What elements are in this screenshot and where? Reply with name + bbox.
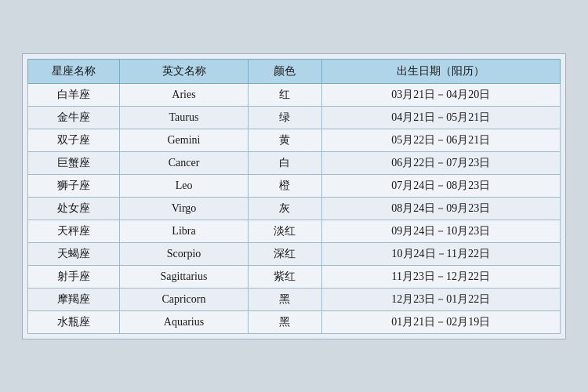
cell-dates: 09月24日－10月23日 [321,220,560,242]
cell-chinese: 狮子座 [28,174,120,197]
cell-english: Cancer [120,151,249,174]
table-row: 天蝎座Scorpio深红10月24日－11月22日 [28,242,561,265]
cell-english: Libra [120,220,249,242]
table-row: 白羊座Aries红03月21日－04月20日 [28,83,561,106]
cell-english: Aries [120,83,249,106]
cell-dates: 07月24日－08月23日 [321,174,560,197]
cell-english: Taurus [120,106,249,129]
table-row: 天秤座Libra淡红09月24日－10月23日 [28,220,561,242]
header-chinese: 星座名称 [28,59,120,83]
table-header-row: 星座名称 英文名称 颜色 出生日期（阳历） [28,59,561,83]
cell-chinese: 白羊座 [28,83,120,106]
cell-chinese: 水瓶座 [28,310,120,333]
cell-color: 紫红 [248,265,321,288]
cell-color: 黄 [248,129,321,151]
cell-color: 深红 [248,242,321,265]
cell-english: Virgo [120,197,249,220]
header-english: 英文名称 [120,59,249,83]
cell-color: 黑 [248,288,321,310]
cell-color: 绿 [248,106,321,129]
cell-dates: 11月23日－12月22日 [321,265,560,288]
cell-color: 黑 [248,310,321,333]
cell-color: 橙 [248,174,321,197]
cell-chinese: 金牛座 [28,106,120,129]
cell-english: Gemini [120,129,249,151]
table-row: 双子座Gemini黄05月22日－06月21日 [28,129,561,151]
cell-dates: 05月22日－06月21日 [321,129,560,151]
table-row: 摩羯座Capricorn黑12月23日－01月22日 [28,288,561,310]
cell-chinese: 射手座 [28,265,120,288]
cell-chinese: 天蝎座 [28,242,120,265]
table-row: 射手座Sagittarius紫红11月23日－12月22日 [28,265,561,288]
cell-dates: 04月21日－05月21日 [321,106,560,129]
table-row: 巨蟹座Cancer白06月22日－07月23日 [28,151,561,174]
cell-dates: 10月24日－11月22日 [321,242,560,265]
header-date: 出生日期（阳历） [321,59,560,83]
cell-dates: 03月21日－04月20日 [321,83,560,106]
cell-dates: 06月22日－07月23日 [321,151,560,174]
cell-english: Leo [120,174,249,197]
cell-english: Sagittarius [120,265,249,288]
header-color: 颜色 [248,59,321,83]
cell-color: 白 [248,151,321,174]
cell-dates: 08月24日－09月23日 [321,197,560,220]
table-row: 金牛座Taurus绿04月21日－05月21日 [28,106,561,129]
cell-english: Scorpio [120,242,249,265]
table-row: 处女座Virgo灰08月24日－09月23日 [28,197,561,220]
cell-color: 灰 [248,197,321,220]
cell-chinese: 天秤座 [28,220,120,242]
cell-english: Aquarius [120,310,249,333]
cell-dates: 01月21日－02月19日 [321,310,560,333]
cell-color: 淡红 [248,220,321,242]
cell-chinese: 处女座 [28,197,120,220]
zodiac-table-container: 星座名称 英文名称 颜色 出生日期（阳历） 白羊座Aries红03月21日－04… [22,53,566,339]
table-row: 狮子座Leo橙07月24日－08月23日 [28,174,561,197]
cell-dates: 12月23日－01月22日 [321,288,560,310]
cell-chinese: 巨蟹座 [28,151,120,174]
zodiac-table: 星座名称 英文名称 颜色 出生日期（阳历） 白羊座Aries红03月21日－04… [27,59,561,334]
table-row: 水瓶座Aquarius黑01月21日－02月19日 [28,310,561,333]
cell-color: 红 [248,83,321,106]
cell-english: Capricorn [120,288,249,310]
cell-chinese: 摩羯座 [28,288,120,310]
cell-chinese: 双子座 [28,129,120,151]
